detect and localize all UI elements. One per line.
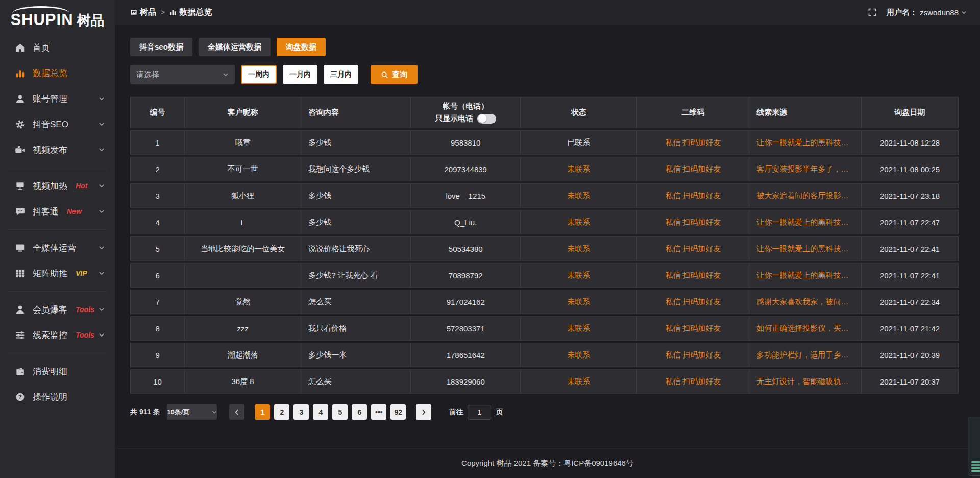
inquiry-table-wrap: 编号客户昵称咨询内容帐号（电话）只显示电话状态二维码线索来源询盘日期 1哦章多少… bbox=[130, 94, 959, 396]
tab-inquiry-data[interactable]: 询盘数据 bbox=[277, 38, 326, 56]
cell-qr[interactable]: 私信 扫码加好友 bbox=[637, 157, 749, 181]
period-button-quarter[interactable]: 三月内 bbox=[324, 65, 358, 84]
cell-id: 7 bbox=[130, 290, 185, 314]
cell-source[interactable]: 让你一眼就爱上的黑科技，能... bbox=[749, 263, 862, 288]
sidebar-item-douyin-seo[interactable]: 抖音SEO bbox=[0, 111, 115, 137]
main-content: 抖音seo数据全媒体运营数据询盘数据 请选择 一周内一月内三月内 查询 编号客户… bbox=[115, 25, 980, 478]
cell-date: 2021-11-07 22:34 bbox=[862, 290, 959, 314]
period-button-month[interactable]: 一月内 bbox=[283, 65, 317, 84]
cell-nickname: 狐小狸 bbox=[185, 183, 301, 208]
breadcrumb-current[interactable]: 数据总览 bbox=[169, 7, 212, 18]
sidebar-item-douketong[interactable]: 抖客通New bbox=[0, 199, 115, 224]
pagination: 共 911 条 10条/页 123456•••92 前往 页 bbox=[130, 404, 959, 420]
page-button-5[interactable]: 5 bbox=[332, 404, 348, 420]
cell-account: 70898792 bbox=[411, 263, 521, 288]
search-icon bbox=[381, 71, 388, 79]
monitor-icon bbox=[15, 243, 25, 253]
cell-content: 多少钱一米 bbox=[301, 343, 411, 367]
cell-qr[interactable]: 私信 扫码加好友 bbox=[637, 263, 749, 288]
sidebar-item-clue-monitor[interactable]: 线索监控Tools bbox=[0, 322, 115, 348]
page-size-select[interactable]: 10条/页 bbox=[167, 404, 217, 420]
cell-source[interactable]: 多功能护栏灯，适用于乡村文... bbox=[749, 343, 862, 367]
cell-qr[interactable]: 私信 扫码加好友 bbox=[637, 369, 749, 394]
top-header: 树品 > 数据总览 用户名： zswodun88 bbox=[115, 0, 980, 25]
sidebar-item-consumption[interactable]: 消费明细 bbox=[0, 358, 115, 384]
sidebar-divider bbox=[8, 353, 107, 353]
sidebar-item-video-publish[interactable]: 视频发布 bbox=[0, 137, 115, 162]
page-button-3[interactable]: 3 bbox=[293, 404, 309, 420]
sidebar-divider bbox=[8, 229, 107, 230]
prev-page-button[interactable] bbox=[229, 404, 244, 420]
logo-text-en: SHUPIN bbox=[10, 12, 73, 28]
tab-media-ops-data[interactable]: 全媒体运营数据 bbox=[199, 38, 271, 56]
sidebar-item-account-mgmt[interactable]: 账号管理 bbox=[0, 86, 115, 111]
cell-source[interactable]: 无主灯设计，智能磁吸轨道灯... bbox=[749, 369, 862, 394]
cell-status: 未联系 bbox=[521, 316, 637, 341]
cell-source[interactable]: 让你一眼就爱上的黑科技，能... bbox=[749, 130, 862, 155]
grid-icon bbox=[15, 269, 25, 278]
cell-id: 6 bbox=[130, 263, 185, 288]
sidebar-item-data-overview[interactable]: 数据总览 bbox=[0, 60, 115, 86]
floating-widget[interactable] bbox=[968, 417, 980, 476]
query-button-label: 查询 bbox=[392, 70, 407, 80]
column-header-account-title: 帐号（电话） bbox=[418, 102, 513, 111]
app-logo[interactable]: SHUPIN 树品 bbox=[0, 0, 115, 32]
cell-source[interactable]: 感谢大家喜欢我家，被问了好... bbox=[749, 290, 862, 314]
goto-page-input[interactable] bbox=[468, 405, 491, 420]
period-button-week[interactable]: 一周内 bbox=[241, 65, 277, 84]
page-button-92[interactable]: 92 bbox=[390, 404, 406, 420]
fullscreen-icon[interactable] bbox=[868, 8, 876, 16]
cell-content: 多少钱? 让我死心 看 bbox=[301, 263, 411, 288]
cell-nickname: zzz bbox=[185, 316, 301, 341]
filter-select[interactable]: 请选择 bbox=[130, 65, 235, 84]
cell-source[interactable]: 客厅安装投影半年多了，真实... bbox=[749, 157, 862, 181]
cell-source[interactable]: 让你一眼就爱上的黑科技，能... bbox=[749, 210, 862, 234]
table-header-row: 编号客户昵称咨询内容帐号（电话）只显示电话状态二维码线索来源询盘日期 bbox=[130, 97, 959, 128]
cell-qr[interactable]: 私信 扫码加好友 bbox=[637, 316, 749, 341]
page-button-1[interactable]: 1 bbox=[255, 404, 270, 420]
sidebar-item-help[interactable]: ?操作说明 bbox=[0, 384, 115, 410]
breadcrumb-app[interactable]: 树品 bbox=[130, 7, 156, 18]
cell-qr[interactable]: 私信 扫码加好友 bbox=[637, 130, 749, 155]
cell-source[interactable]: 让你一眼就爱上的黑科技，能... bbox=[749, 236, 862, 261]
sidebar-item-media-ops[interactable]: 全媒体运营 bbox=[0, 235, 115, 260]
cell-qr[interactable]: 私信 扫码加好友 bbox=[637, 210, 749, 234]
page-footer: Copyright 树品 2021 备案号：粤ICP备09019646号 bbox=[115, 448, 980, 478]
bar-chart-icon bbox=[15, 68, 25, 78]
page-button-6[interactable]: 6 bbox=[352, 404, 367, 420]
sidebar-item-label: 数据总览 bbox=[33, 67, 67, 79]
sidebar-item-label: 操作说明 bbox=[33, 391, 67, 403]
column-header-account: 帐号（电话）只显示电话 bbox=[411, 97, 521, 128]
page-button-4[interactable]: 4 bbox=[313, 404, 328, 420]
cell-qr[interactable]: 私信 扫码加好友 bbox=[637, 290, 749, 314]
cell-qr[interactable]: 私信 扫码加好友 bbox=[637, 183, 749, 208]
menu-badge: New bbox=[67, 207, 82, 216]
cell-date: 2021-11-07 23:18 bbox=[862, 183, 959, 208]
table-row: 4L多少钱Q_Liu.未联系私信 扫码加好友让你一眼就爱上的黑科技，能...20… bbox=[130, 210, 959, 234]
sidebar-item-member-burst[interactable]: 会员爆客Tools bbox=[0, 297, 115, 322]
chevron-down-icon bbox=[99, 121, 105, 127]
tab-douyin-seo-data[interactable]: 抖音seo数据 bbox=[130, 38, 192, 56]
sidebar-item-matrix-boost[interactable]: 矩阵助推VIP bbox=[0, 260, 115, 286]
cell-account: 2097344839 bbox=[411, 157, 521, 181]
cell-nickname: 不可一世 bbox=[185, 157, 301, 181]
cell-qr[interactable]: 私信 扫码加好友 bbox=[637, 343, 749, 367]
sidebar-item-video-heat[interactable]: 视频加热Hot bbox=[0, 173, 115, 199]
cell-source[interactable]: 如何正确选择投影仪，买投影... bbox=[749, 316, 862, 341]
phone-only-row: 只显示电话 bbox=[418, 114, 513, 124]
bar-chart-icon bbox=[169, 9, 177, 16]
page-ellipsis[interactable]: ••• bbox=[371, 404, 386, 420]
logo-arc bbox=[12, 6, 69, 13]
page-button-2[interactable]: 2 bbox=[274, 404, 289, 420]
app-icon bbox=[130, 9, 137, 16]
next-page-button[interactable] bbox=[416, 404, 431, 420]
sidebar-item-home[interactable]: 首页 bbox=[0, 35, 115, 60]
cell-qr[interactable]: 私信 扫码加好友 bbox=[637, 236, 749, 261]
cell-id: 2 bbox=[130, 157, 185, 181]
menu-badge: Tools bbox=[76, 305, 94, 314]
phone-only-toggle[interactable] bbox=[477, 114, 496, 124]
cell-source[interactable]: 被大家追着问的客厅投影分享... bbox=[749, 183, 862, 208]
sidebar-item-label: 首页 bbox=[33, 42, 50, 54]
user-menu[interactable]: 用户名： zswodun88 bbox=[887, 8, 967, 17]
query-button[interactable]: 查询 bbox=[371, 65, 418, 84]
